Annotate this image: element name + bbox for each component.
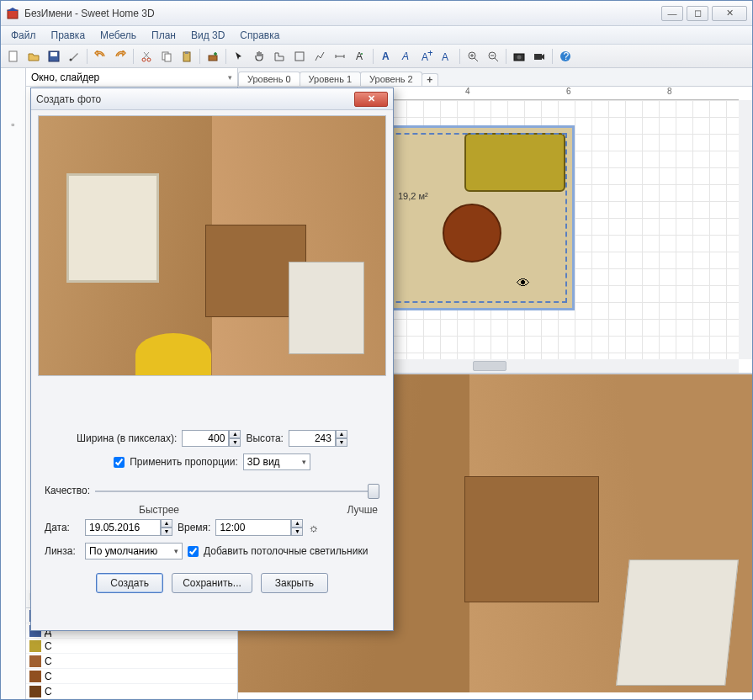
menu-help[interactable]: Справка xyxy=(233,28,286,43)
spin-down-icon[interactable]: ▼ xyxy=(291,528,303,536)
close-button[interactable]: ✕ xyxy=(712,6,747,21)
ceiling-lights-label: Добавить потолочные светильники xyxy=(204,545,368,557)
list-item[interactable]: С xyxy=(26,669,237,684)
main-toolbar: A A A A+ A ? xyxy=(1,45,752,68)
spin-up-icon[interactable]: ▲ xyxy=(336,430,347,438)
date-spinner[interactable]: ▲▼ xyxy=(85,519,172,536)
save-icon[interactable] xyxy=(45,47,63,66)
add-furniture-icon[interactable] xyxy=(204,47,222,66)
dropdown-icon[interactable]: ▾ xyxy=(228,73,232,82)
create-button[interactable]: Создать xyxy=(96,573,163,593)
slider-thumb[interactable] xyxy=(368,484,379,499)
zoom-out-icon[interactable] xyxy=(484,47,502,66)
lens-combo[interactable]: По умолчанию xyxy=(85,543,183,559)
add-level-button[interactable]: + xyxy=(422,73,438,86)
date-input[interactable] xyxy=(85,519,161,536)
height-spinner[interactable]: ▲▼ xyxy=(289,430,347,447)
maximize-button[interactable]: ◻ xyxy=(687,6,708,21)
photo-preview xyxy=(38,115,386,376)
preferences-icon[interactable] xyxy=(65,47,83,66)
dialog-close-button[interactable]: ✕ xyxy=(354,92,388,107)
text-bold-icon[interactable]: A xyxy=(377,47,395,66)
preview-window xyxy=(66,173,159,283)
create-room-icon[interactable] xyxy=(290,47,309,66)
create-walls-icon[interactable] xyxy=(270,47,289,66)
svg-point-7 xyxy=(147,58,151,61)
scrollbar-vertical[interactable] xyxy=(739,100,752,359)
svg-point-5 xyxy=(70,58,72,61)
spin-down-icon[interactable]: ▼ xyxy=(229,438,241,447)
text-decrease-icon[interactable]: A xyxy=(437,47,456,66)
height-label: Высота: xyxy=(246,432,284,444)
view-mode-combo[interactable]: 3D вид xyxy=(243,453,310,470)
spin-up-icon[interactable]: ▲ xyxy=(291,519,303,528)
preview-table xyxy=(135,333,211,375)
paste-icon[interactable] xyxy=(178,47,196,66)
menu-file[interactable]: Файл xyxy=(4,28,43,43)
tree-toggle-icon[interactable]: ▫ xyxy=(1,68,25,181)
create-photo-icon[interactable] xyxy=(510,47,528,66)
spin-down-icon[interactable]: ▼ xyxy=(336,438,347,447)
create-dimension-icon[interactable] xyxy=(331,47,349,66)
height-input[interactable] xyxy=(289,430,336,447)
svg-rect-13 xyxy=(295,52,304,61)
tab-level-2[interactable]: Уровень 2 xyxy=(360,72,422,86)
time-spinner[interactable]: ▲▼ xyxy=(215,519,303,536)
quality-fast-label: Быстрее xyxy=(139,504,179,516)
copy-icon[interactable] xyxy=(157,47,176,66)
catalog-item-label: Окно, слайдер xyxy=(31,72,99,83)
minimize-button[interactable]: — xyxy=(661,6,683,21)
select-icon[interactable] xyxy=(230,47,248,66)
window-title: БезИмени - Sweet Home 3D xyxy=(24,8,661,19)
camera-icon[interactable]: 👁 xyxy=(517,276,530,291)
list-item[interactable]: С xyxy=(26,654,237,669)
create-polyline-icon[interactable] xyxy=(310,47,329,66)
create-video-icon[interactable] xyxy=(530,47,549,66)
zoom-in-icon[interactable] xyxy=(464,47,482,66)
sofa-furniture[interactable] xyxy=(464,133,565,192)
svg-text:A: A xyxy=(442,51,448,62)
help-icon[interactable]: ? xyxy=(556,47,575,66)
open-icon[interactable] xyxy=(24,47,43,66)
table-furniture[interactable] xyxy=(443,204,501,262)
ceiling-lights-checkbox[interactable] xyxy=(188,546,199,557)
spin-up-icon[interactable]: ▲ xyxy=(229,430,241,438)
pan-icon[interactable] xyxy=(250,47,268,66)
menu-plan[interactable]: План xyxy=(145,28,183,43)
catalog-tree[interactable]: ▫ xyxy=(1,68,26,699)
svg-point-23 xyxy=(517,55,522,59)
spin-down-icon[interactable]: ▼ xyxy=(161,528,172,536)
width-input[interactable] xyxy=(182,430,229,447)
desk-3d xyxy=(464,476,599,602)
svg-point-6 xyxy=(142,58,146,61)
text-increase-icon[interactable]: A+ xyxy=(417,47,436,66)
svg-rect-0 xyxy=(8,10,18,19)
menu-edit[interactable]: Правка xyxy=(45,28,93,43)
svg-text:?: ? xyxy=(564,50,570,62)
list-item[interactable]: С xyxy=(26,639,237,654)
cut-icon[interactable] xyxy=(137,47,156,66)
tab-level-0[interactable]: Уровень 0 xyxy=(238,72,300,86)
width-spinner[interactable]: ▲▼ xyxy=(182,430,241,447)
close-dialog-button[interactable]: Закрыть xyxy=(261,573,328,593)
spin-up-icon[interactable]: ▲ xyxy=(161,519,172,528)
titlebar[interactable]: БезИмени - Sweet Home 3D — ◻ ✕ xyxy=(1,1,752,26)
svg-rect-24 xyxy=(534,54,542,60)
list-item[interactable]: С xyxy=(26,684,237,699)
new-icon[interactable] xyxy=(4,47,23,66)
time-input[interactable] xyxy=(215,519,291,536)
quality-slider[interactable] xyxy=(95,482,379,499)
menu-3dview[interactable]: Вид 3D xyxy=(184,28,231,43)
menu-furniture[interactable]: Мебель xyxy=(93,28,143,43)
svg-text:A: A xyxy=(401,50,409,62)
save-button[interactable]: Сохранить... xyxy=(172,573,252,593)
app-icon xyxy=(6,7,19,20)
dialog-titlebar[interactable]: Создать фото ✕ xyxy=(31,88,393,110)
redo-icon[interactable] xyxy=(111,47,130,66)
text-italic-icon[interactable]: A xyxy=(397,47,416,66)
create-text-icon[interactable]: A xyxy=(351,47,369,66)
apply-proportions-checkbox[interactable] xyxy=(114,457,125,468)
undo-icon[interactable] xyxy=(91,47,109,66)
tab-level-1[interactable]: Уровень 1 xyxy=(300,72,362,86)
sun-icon[interactable]: ☼ xyxy=(308,521,319,534)
